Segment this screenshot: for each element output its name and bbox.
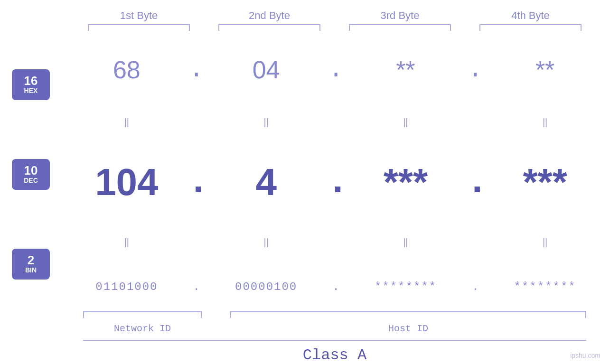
eq1-b3: || xyxy=(346,117,466,128)
watermark: ipshu.com xyxy=(570,352,601,359)
hex-byte3: ** xyxy=(346,56,466,84)
hex-dot2: . xyxy=(327,56,346,84)
eq1-b4: || xyxy=(485,117,605,128)
byte1-header: 1st Byte xyxy=(74,9,204,22)
hex-row: 68 . 04 . ** . ** xyxy=(66,56,605,84)
bin-byte3: ******** xyxy=(346,280,466,293)
dec-byte3: *** xyxy=(346,160,466,204)
bin-dot2: . xyxy=(327,280,346,293)
ip-rows: 68 . 04 . ** . ** || || xyxy=(62,40,610,309)
bin-byte4: ******** xyxy=(485,280,605,293)
eq1-b1: || xyxy=(66,117,187,128)
bin-dot3: . xyxy=(466,280,485,293)
dec-byte4: *** xyxy=(485,160,605,204)
byte-headers: 1st Byte 2nd Byte 3rd Byte 4th Byte xyxy=(74,9,596,22)
eq1-b2: || xyxy=(206,117,327,128)
eq2-b4: || xyxy=(485,237,605,248)
hex-byte4: ** xyxy=(485,56,605,84)
network-id-label: Network ID xyxy=(83,323,202,334)
hex-byte1: 68 xyxy=(66,56,187,84)
hex-dot3: . xyxy=(466,56,485,84)
dec-badge: 10 DEC xyxy=(12,159,50,190)
hex-dot1: . xyxy=(187,56,206,84)
bin-badge: 2 BIN xyxy=(12,249,50,280)
bin-byte2: 00000100 xyxy=(206,280,327,293)
dec-row: 104 . 4 . *** . *** xyxy=(66,160,605,204)
bottom-section: Network ID Host ID Class A xyxy=(74,311,596,364)
byte4-header: 4th Byte xyxy=(465,9,596,22)
equals-row-2: || || || || xyxy=(66,237,605,248)
class-label: Class A xyxy=(74,346,596,364)
equals-row-1: || || || || xyxy=(66,117,605,128)
dec-byte2: 4 xyxy=(206,160,327,204)
hex-byte2: 04 xyxy=(206,56,327,84)
byte3-header: 3rd Byte xyxy=(335,9,465,22)
dec-dot1: . xyxy=(187,160,206,204)
hex-badge: 16 HEX xyxy=(12,69,50,100)
labels-column: 16 HEX 10 DEC 2 BIN xyxy=(0,40,62,309)
host-bracket xyxy=(230,311,586,321)
host-id-label: Host ID xyxy=(230,323,586,334)
network-bracket xyxy=(83,311,202,321)
bottom-brackets-row xyxy=(78,311,591,321)
content-area: 16 HEX 10 DEC 2 BIN 68 . 04 xyxy=(0,40,610,309)
byte2-header: 2nd Byte xyxy=(204,9,335,22)
dec-dot2: . xyxy=(327,160,346,204)
network-host-labels: Network ID Host ID xyxy=(78,323,591,334)
dec-byte1: 104 xyxy=(66,160,187,204)
class-bracket-line xyxy=(83,340,586,341)
main-container: 1st Byte 2nd Byte 3rd Byte 4th Byte 16 H… xyxy=(0,0,610,364)
eq2-b3: || xyxy=(346,237,466,248)
dec-dot3: . xyxy=(466,160,485,204)
bin-row: 01101000 . 00000100 . ******** . *******… xyxy=(66,280,605,293)
eq2-b2: || xyxy=(206,237,327,248)
eq2-b1: || xyxy=(66,237,187,248)
bin-byte1: 01101000 xyxy=(66,280,187,293)
top-brackets xyxy=(74,24,596,33)
bin-dot1: . xyxy=(187,280,206,293)
